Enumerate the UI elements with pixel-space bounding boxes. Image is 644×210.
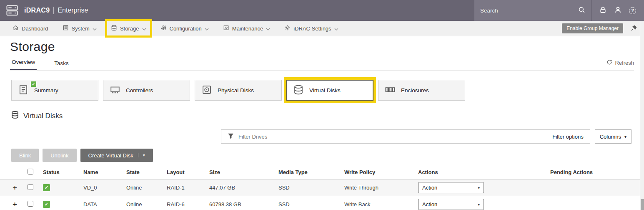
search-input[interactable] <box>480 8 575 14</box>
table-row-vd0: + ✓ VD_0 Online RAID-1 447.07 GB SSD Wri… <box>0 180 644 196</box>
header-icon-group: ? <box>591 0 644 21</box>
brand-name: iDRAC9 <box>24 7 50 14</box>
col-header-write-policy: Write Policy <box>344 169 418 175</box>
virtual-disks-table: Status Name State Layout Size Media Type… <box>0 165 644 210</box>
filter-options-link[interactable]: Filter options <box>552 134 583 140</box>
card-controllers[interactable]: Controllers <box>103 80 190 101</box>
table-header-row: Status Name State Layout Size Media Type… <box>0 165 644 180</box>
row-checkbox[interactable] <box>28 184 33 190</box>
pin-icon[interactable] <box>631 25 637 33</box>
create-virtual-disk-button[interactable]: Create Virtual Disk ▾ <box>80 149 153 162</box>
filter-row: Filter options Columns ▾ <box>0 129 631 144</box>
idrac-screen: iDRAC9 Enterprise ? <box>0 0 644 210</box>
vertical-scrollbar[interactable] <box>640 21 644 210</box>
nav-label: System <box>72 25 90 32</box>
tab-tasks[interactable]: Tasks <box>53 57 70 70</box>
cell-layout: RAID-1 <box>167 185 209 191</box>
nav-storage[interactable]: Storage <box>107 21 150 35</box>
refresh-button[interactable]: Refresh <box>606 59 634 70</box>
card-virtual-disks[interactable]: Virtual Disks <box>286 80 373 101</box>
columns-label: Columns <box>600 134 621 140</box>
global-search <box>474 0 591 21</box>
card-label: Summary <box>34 87 58 94</box>
chevron-down-icon: ▾ <box>624 134 626 139</box>
cell-size: 60798.38 GB <box>209 201 278 207</box>
dell-server-logo-icon <box>0 0 24 21</box>
enclosures-icon <box>385 84 396 96</box>
card-summary[interactable]: ✓ Summary <box>11 80 98 101</box>
status-ok-icon: ✓ <box>43 184 50 191</box>
vd-toolbar: Blink Unblink Create Virtual Disk ▾ <box>11 149 644 162</box>
main-nav: Dashboard System Storage <box>0 21 644 36</box>
cell-layout: RAID-6 <box>167 201 209 207</box>
nav-idrac-settings[interactable]: iDRAC Settings <box>284 25 338 32</box>
table-row-data: + ✓ DATA Online RAID-6 60798.38 GB SSD W… <box>0 196 644 210</box>
cell-name: DATA <box>83 201 126 207</box>
maintenance-icon <box>223 25 229 32</box>
col-header-state: State <box>126 169 167 175</box>
action-dropdown[interactable]: Action ▾ <box>418 199 484 210</box>
system-icon <box>63 25 69 32</box>
row-checkbox[interactable] <box>28 201 33 207</box>
col-header-name: Name <box>83 169 126 175</box>
blink-button[interactable]: Blink <box>11 149 39 162</box>
action-dropdown[interactable]: Action ▾ <box>418 182 484 193</box>
create-virtual-disk-label: Create Virtual Disk <box>88 152 133 159</box>
lock-icon[interactable] <box>599 6 606 15</box>
section-title: Virtual Disks <box>23 112 63 120</box>
nav-label: Configuration <box>170 25 202 32</box>
brand: iDRAC9 Enterprise <box>24 0 88 21</box>
nav-configuration[interactable]: Configuration <box>160 25 209 32</box>
header-spacer <box>88 0 474 21</box>
summary-icon <box>18 84 29 96</box>
card-label: Physical Disks <box>218 87 254 94</box>
virtual-disks-icon <box>293 84 304 96</box>
cell-state: Online <box>126 185 167 191</box>
nav-maintenance[interactable]: Maintenance <box>223 25 270 32</box>
chevron-down-icon: ▾ <box>138 153 145 157</box>
col-header-layout: Layout <box>167 169 209 175</box>
controllers-icon <box>110 84 120 96</box>
nav-label: Maintenance <box>232 25 263 32</box>
scrollbar-thumb[interactable] <box>641 199 644 210</box>
columns-button[interactable]: Columns ▾ <box>595 129 631 144</box>
storage-database-icon <box>111 25 117 32</box>
cell-state: Online <box>126 201 167 207</box>
chevron-down-icon: ▾ <box>478 202 480 207</box>
enable-group-manager-button[interactable]: Enable Group Manager <box>562 23 623 33</box>
chevron-down-icon <box>266 25 270 32</box>
col-header-pending-actions: Pending Actions <box>550 169 644 175</box>
select-all-checkbox[interactable] <box>28 169 33 175</box>
cell-media-type: SSD <box>278 201 344 207</box>
healthy-status-badge: ✓ <box>30 81 37 87</box>
page-title: Storage <box>10 40 644 54</box>
nav-label: Storage <box>120 25 139 32</box>
col-header-size: Size <box>209 169 278 175</box>
nav-dashboard[interactable]: Dashboard <box>13 25 48 32</box>
physical-disks-icon <box>201 84 212 96</box>
expand-row-button[interactable]: + <box>0 200 26 208</box>
card-label: Enclosures <box>401 87 429 94</box>
cell-name: VD_0 <box>83 185 126 191</box>
col-header-media-type: Media Type <box>278 169 344 175</box>
storage-cards: ✓ Summary Controllers Physical Disks <box>11 80 634 101</box>
card-label: Controllers <box>126 87 153 94</box>
card-physical-disks[interactable]: Physical Disks <box>195 80 282 101</box>
filter-box: Filter options <box>221 129 590 144</box>
nav-system[interactable]: System <box>63 25 97 32</box>
filter-drives-input[interactable] <box>238 134 548 140</box>
help-icon[interactable]: ? <box>629 7 636 14</box>
chevron-down-icon <box>205 25 209 32</box>
search-icon[interactable] <box>578 6 585 15</box>
card-enclosures[interactable]: Enclosures <box>378 80 465 101</box>
brand-divider <box>53 7 54 14</box>
status-ok-icon: ✓ <box>43 201 50 208</box>
cell-media-type: SSD <box>278 185 344 191</box>
expand-row-button[interactable]: + <box>0 184 26 192</box>
nav-label: iDRAC Settings <box>293 25 331 32</box>
user-icon[interactable] <box>614 6 621 15</box>
unblink-button[interactable]: Unblink <box>43 149 76 162</box>
tab-overview[interactable]: Overview <box>10 56 37 70</box>
col-header-actions: Actions <box>418 169 550 175</box>
cell-write-policy: Write Back <box>344 201 418 207</box>
